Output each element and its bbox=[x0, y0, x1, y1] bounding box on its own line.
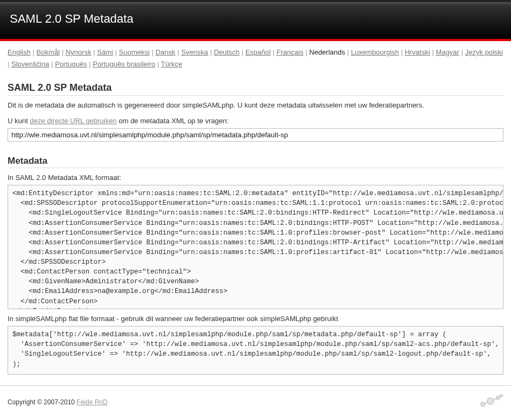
language-option[interactable]: Luxembourgish bbox=[351, 48, 399, 56]
language-separator: | bbox=[91, 48, 97, 56]
language-option[interactable]: Français bbox=[276, 48, 303, 56]
language-option[interactable]: English bbox=[8, 48, 31, 56]
language-option[interactable]: Türkçe bbox=[161, 60, 183, 68]
language-separator: | bbox=[155, 60, 161, 68]
language-separator: | bbox=[240, 48, 245, 56]
intro-text: Dit is de metadata die automatisch is ge… bbox=[8, 101, 503, 109]
language-separator: | bbox=[303, 48, 309, 56]
svg-line-5 bbox=[494, 398, 496, 400]
language-option[interactable]: Português brasileiro bbox=[93, 60, 156, 68]
svg-line-6 bbox=[499, 396, 500, 397]
language-option[interactable]: Suomeksi bbox=[119, 48, 150, 56]
language-separator: | bbox=[113, 48, 119, 56]
app-title: SAML 2.0 SP Metadata bbox=[10, 12, 501, 26]
language-separator: | bbox=[150, 48, 156, 56]
direct-url-input[interactable] bbox=[8, 128, 503, 142]
language-separator: | bbox=[208, 48, 214, 56]
language-option[interactable]: Slovenščina bbox=[11, 60, 49, 68]
main-content: English | Bokmål | Nynorsk | Sámi | Suom… bbox=[0, 41, 511, 385]
language-option[interactable]: Svenska bbox=[181, 48, 208, 56]
copyright: Copyright © 2007-2010 Feide RnD bbox=[8, 398, 108, 406]
language-separator: | bbox=[430, 48, 436, 56]
copyright-text: Copyright © 2007-2010 bbox=[8, 398, 77, 406]
language-option[interactable]: Magyar bbox=[436, 48, 459, 56]
direct-url-link[interactable]: deze directe URL gebruiken bbox=[30, 117, 117, 125]
language-option[interactable]: Hrvatski bbox=[404, 48, 430, 56]
flat-format-label: In simpleSAMLphp flat file formaat - geb… bbox=[8, 315, 503, 323]
direct-url-sentence: U kunt deze directe URL gebruiken om de … bbox=[8, 117, 503, 125]
svg-point-3 bbox=[500, 395, 502, 397]
language-separator: | bbox=[271, 48, 277, 56]
language-option[interactable]: Español bbox=[245, 48, 271, 56]
language-separator: | bbox=[399, 48, 405, 56]
language-option[interactable]: Sámi bbox=[97, 48, 114, 56]
language-option[interactable]: Dansk bbox=[155, 48, 175, 56]
copyright-link[interactable]: Feide RnD bbox=[77, 398, 108, 406]
url-sentence-suffix: om de metadata XML op te vragen: bbox=[117, 117, 229, 125]
language-separator: | bbox=[49, 60, 55, 68]
language-bar: English | Bokmål | Nynorsk | Sámi | Suom… bbox=[8, 46, 503, 70]
language-separator: | bbox=[345, 48, 351, 56]
metadata-flatfile-box[interactable]: $metadata['http://wle.mediamosa.uvt.nl/s… bbox=[8, 326, 503, 375]
page-title: SAML 2.0 SP Metadata bbox=[8, 82, 503, 96]
svg-point-0 bbox=[481, 402, 485, 406]
language-option[interactable]: Język polski bbox=[465, 48, 503, 56]
footer-logo-icon bbox=[477, 392, 503, 411]
language-option[interactable]: Bokmål bbox=[36, 48, 59, 56]
svg-line-4 bbox=[485, 402, 488, 403]
metadata-heading: Metadata bbox=[8, 156, 503, 168]
language-separator: | bbox=[60, 48, 66, 56]
language-option[interactable]: Deutsch bbox=[214, 48, 240, 56]
language-separator: | bbox=[175, 48, 181, 56]
xml-format-label: In SAML 2.0 Metadata XML formaat: bbox=[8, 174, 503, 182]
app-header: SAML 2.0 SP Metadata bbox=[0, 0, 511, 41]
metadata-xml-box[interactable]: <md:EntityDescriptor xmlns:md="urn:oasis… bbox=[8, 185, 503, 309]
language-separator: | bbox=[31, 48, 37, 56]
language-separator: | bbox=[8, 60, 11, 68]
language-option: Nederlands bbox=[309, 48, 346, 56]
url-sentence-prefix: U kunt bbox=[8, 117, 30, 125]
language-separator: | bbox=[459, 48, 465, 56]
language-separator: | bbox=[87, 60, 93, 68]
page-footer: Copyright © 2007-2010 Feide RnD bbox=[0, 385, 511, 420]
language-option[interactable]: Nynorsk bbox=[65, 48, 91, 56]
svg-point-1 bbox=[487, 398, 494, 404]
language-option[interactable]: Português bbox=[55, 60, 87, 68]
